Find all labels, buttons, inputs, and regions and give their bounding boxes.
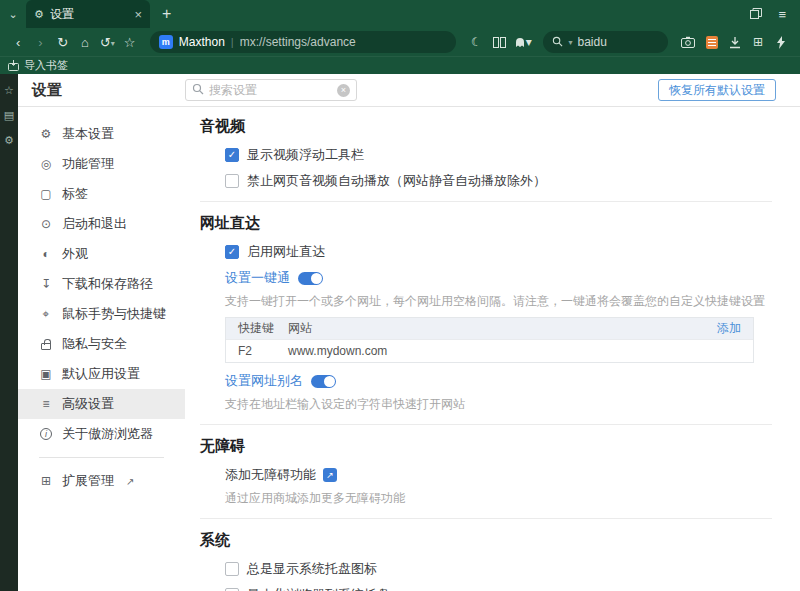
menu-item-appearance[interactable]: ◐外观 bbox=[18, 239, 185, 269]
onekey-settings-link[interactable]: 设置一键通 bbox=[225, 269, 290, 287]
tab-title: 设置 bbox=[50, 6, 129, 23]
window-controls: ≡ bbox=[750, 7, 800, 22]
tab-settings[interactable]: ⚙ 设置 × bbox=[26, 0, 150, 28]
tab-list-button[interactable]: ⌄ bbox=[0, 0, 26, 28]
home-button[interactable]: ⌂ bbox=[75, 35, 95, 50]
undo-icon: ↺ bbox=[100, 35, 111, 50]
option-label: 最小化浏览器到系统托盘 bbox=[247, 586, 390, 591]
page-title: 设置 bbox=[32, 81, 66, 100]
split-screen-icon[interactable] bbox=[489, 37, 510, 48]
settings-search-box[interactable]: × bbox=[185, 79, 357, 101]
maxthon-window: ⌄ ⚙ 设置 × + ≡ ‹ › ↻ ⌂ ↺▾ ☆ m Maxthon | mx… bbox=[0, 0, 800, 591]
clear-search-icon[interactable]: × bbox=[337, 84, 350, 97]
address-separator: | bbox=[231, 36, 234, 48]
gear-icon: ⚙ bbox=[39, 127, 53, 141]
menu-item-about[interactable]: i关于傲游浏览器 bbox=[18, 419, 185, 449]
restore-defaults-button[interactable]: 恢复所有默认设置 bbox=[658, 79, 776, 101]
undo-button[interactable]: ↺▾ bbox=[97, 35, 117, 50]
address-bar[interactable]: m Maxthon | mx://settings/advance bbox=[150, 31, 456, 53]
refresh-button[interactable]: ↻ bbox=[53, 35, 73, 50]
alias-settings-link[interactable]: 设置网址别名 bbox=[225, 372, 303, 390]
option-label: 总是显示系统托盘图标 bbox=[247, 560, 377, 578]
menu-label: 下载和保存路径 bbox=[62, 275, 153, 293]
menu-item-mouse-gestures[interactable]: ⌖鼠标手势与快捷键 bbox=[18, 299, 185, 329]
menu-label: 鼠标手势与快捷键 bbox=[62, 305, 166, 323]
menu-item-extensions[interactable]: ⊞扩展管理↗ bbox=[18, 466, 185, 496]
checkbox-unchecked-icon[interactable] bbox=[225, 562, 239, 576]
settings-search-input[interactable] bbox=[209, 83, 332, 97]
about-info-icon: i bbox=[39, 428, 53, 440]
back-button[interactable]: ‹ bbox=[8, 35, 28, 50]
alias-description: 支持在地址栏输入设定的字符串快速打开网站 bbox=[225, 397, 786, 412]
option-always-show-tray-icon[interactable]: 总是显示系统托盘图标 bbox=[225, 561, 786, 577]
settings-gear-icon[interactable]: ⚙ bbox=[4, 134, 14, 146]
settings-header: 设置 × 恢复所有默认设置 bbox=[18, 74, 800, 107]
toolbar-search-box[interactable]: ▾ baidu bbox=[543, 31, 667, 53]
option-enable-url-direct[interactable]: 启用网址直达 bbox=[225, 244, 786, 260]
checkbox-checked-icon[interactable] bbox=[225, 245, 239, 259]
quick-launch-bolt-icon[interactable] bbox=[771, 36, 792, 49]
checkbox-checked-icon[interactable] bbox=[225, 148, 239, 162]
menu-item-tabs[interactable]: ▢标签 bbox=[18, 179, 185, 209]
maxnote-icon[interactable] bbox=[701, 36, 722, 49]
checkbox-unchecked-icon[interactable] bbox=[225, 174, 239, 188]
forward-button[interactable]: › bbox=[30, 35, 50, 50]
section-title-system: 系统 bbox=[200, 531, 786, 549]
option-minimize-to-tray[interactable]: 最小化浏览器到系统托盘 bbox=[225, 587, 786, 591]
chevron-down-icon: ⌄ bbox=[8, 8, 17, 21]
download-icon[interactable] bbox=[724, 36, 745, 49]
menu-item-basic[interactable]: ⚙基本设置 bbox=[18, 119, 185, 149]
onekey-toggle[interactable] bbox=[298, 272, 323, 285]
undo-caret-icon: ▾ bbox=[111, 39, 115, 48]
section-title-accessibility: 无障碍 bbox=[200, 437, 786, 455]
main-menu-icon[interactable]: ≡ bbox=[778, 7, 786, 22]
night-mode-icon[interactable]: ☾ bbox=[466, 35, 487, 49]
add-hotkey-link[interactable]: 添加 bbox=[717, 320, 753, 337]
favorites-star-icon[interactable]: ☆ bbox=[4, 84, 14, 96]
option-label: 显示视频浮动工具栏 bbox=[247, 146, 364, 164]
panel-icon[interactable]: ▤ bbox=[4, 109, 14, 121]
alias-toggle[interactable] bbox=[311, 375, 336, 388]
app-store-link-icon[interactable]: ↗ bbox=[323, 468, 337, 482]
import-bookmarks-icon bbox=[8, 57, 19, 75]
menu-item-default-apps[interactable]: ▣默认应用设置 bbox=[18, 359, 185, 389]
onekey-description: 支持一键打开一个或多个网址，每个网址用空格间隔。请注意，一键通将会覆盖您的自定义… bbox=[225, 294, 786, 309]
new-tab-button[interactable]: + bbox=[162, 5, 171, 23]
menu-item-startup[interactable]: ⊙启动和退出 bbox=[18, 209, 185, 239]
external-link-icon: ↗ bbox=[126, 476, 134, 487]
option-show-video-toolbar[interactable]: 显示视频浮动工具栏 bbox=[225, 147, 786, 163]
import-bookmarks-button[interactable]: 导入书签 bbox=[24, 58, 68, 73]
extensions-icon[interactable]: ⊞ bbox=[747, 35, 768, 49]
search-engine-caret-icon[interactable]: ▾ bbox=[568, 38, 572, 47]
address-url: mx://settings/advance bbox=[240, 35, 356, 49]
maxthon-logo-icon: m bbox=[159, 35, 173, 49]
search-icon bbox=[552, 33, 563, 51]
side-app-strip: ☆ ▤ ⚙ bbox=[0, 74, 18, 591]
menu-divider bbox=[39, 457, 164, 458]
address-brand: Maxthon bbox=[179, 35, 225, 49]
window-restore-icon[interactable] bbox=[750, 7, 762, 22]
hotkey-table-row[interactable]: F2 www.mydown.com bbox=[226, 339, 753, 362]
favorite-star-button[interactable]: ☆ bbox=[119, 35, 139, 50]
menu-item-features[interactable]: ◎功能管理 bbox=[18, 149, 185, 179]
option-block-autoplay[interactable]: 禁止网页音视频自动播放（网站静音自动播放除外） bbox=[225, 173, 786, 189]
section-divider bbox=[200, 424, 772, 425]
mouse-gesture-icon: ⌖ bbox=[39, 307, 53, 321]
add-accessibility-row[interactable]: 添加无障碍功能 ↗ bbox=[225, 467, 786, 483]
menu-label: 外观 bbox=[62, 245, 88, 263]
toolbar-search-value: baidu bbox=[577, 35, 606, 49]
menu-label: 隐私与安全 bbox=[62, 335, 127, 353]
screenshot-camera-icon[interactable] bbox=[678, 36, 699, 48]
settings-body: ⚙基本设置 ◎功能管理 ▢标签 ⊙启动和退出 ◐外观 ↧下载和保存路径 ⌖鼠标手… bbox=[18, 107, 800, 591]
incognito-ghost-icon[interactable]: ▾ bbox=[512, 35, 533, 49]
hotkey-table: 快捷键 网站 添加 F2 www.mydown.com bbox=[225, 317, 754, 363]
default-apps-icon: ▣ bbox=[39, 367, 53, 381]
menu-item-advanced[interactable]: ≡高级设置 bbox=[18, 389, 185, 419]
tab-close-icon[interactable]: × bbox=[134, 7, 142, 22]
menu-label: 关于傲游浏览器 bbox=[62, 425, 153, 443]
hotkey-table-header: 快捷键 网站 添加 bbox=[226, 318, 753, 339]
section-title-url-direct: 网址直达 bbox=[200, 214, 786, 232]
menu-item-download-path[interactable]: ↧下载和保存路径 bbox=[18, 269, 185, 299]
menu-item-privacy[interactable]: 隐私与安全 bbox=[18, 329, 185, 359]
toolbar: ‹ › ↻ ⌂ ↺▾ ☆ m Maxthon | mx://settings/a… bbox=[0, 28, 800, 56]
